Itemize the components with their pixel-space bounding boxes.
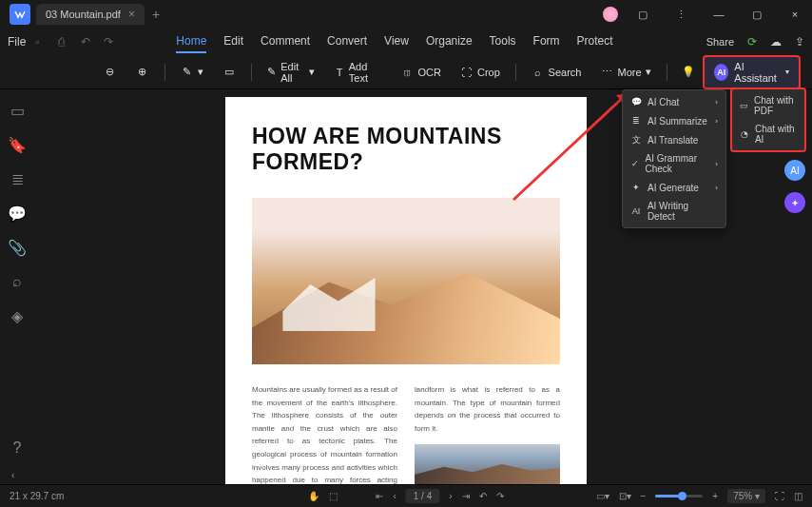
pdf-page: HOW ARE MOUNTAINS FORMED? Mountains are … — [225, 97, 587, 484]
titlebar: 03 Mountain.pdf × + ▢ ⋮ — ▢ × — [0, 0, 812, 29]
upload-icon[interactable]: ⇪ — [795, 35, 804, 49]
print-icon[interactable]: ⎙ — [58, 35, 73, 49]
nav-tab-form[interactable]: Form — [533, 30, 560, 53]
ai-assistant-label: AI Assistant — [734, 61, 780, 84]
nav-tab-comment[interactable]: Comment — [261, 30, 310, 53]
document-tab[interactable]: 03 Mountain.pdf × — [36, 4, 145, 25]
ai-panel-icon-3[interactable]: ✦ — [784, 192, 805, 213]
crop-button[interactable]: ⛶Crop — [454, 62, 506, 83]
dd-ai-summarize[interactable]: ≣AI Summarize› — [623, 111, 725, 130]
file-menu[interactable]: File — [8, 35, 26, 49]
add-text-button[interactable]: TAdd Text — [328, 57, 387, 88]
first-page-icon[interactable]: ⇤ — [376, 491, 383, 501]
message-icon[interactable]: ▢ — [629, 9, 656, 21]
search-button[interactable]: ⌕Search — [526, 62, 588, 83]
ai-assistant-button[interactable]: AI AI Assistant ▾ — [703, 55, 801, 89]
more-button[interactable]: ⋯More▾ — [594, 62, 656, 83]
ai-badge-icon: AI — [714, 64, 728, 81]
statusbar: 21 x 29.7 cm ‹ ✋ ⬚ ⇤ ‹ 1 / 4 › ⇥ ↶ ↷ ▭▾ … — [0, 484, 812, 507]
nav-tab-tools[interactable]: Tools — [490, 30, 516, 53]
app-logo[interactable] — [10, 4, 30, 25]
ai-panel-icon-2[interactable]: AI — [784, 160, 805, 181]
view-fit-icon[interactable]: ⊡▾ — [619, 491, 631, 501]
thumbnails-icon[interactable]: ▭ — [10, 103, 25, 118]
hero-image — [252, 198, 560, 364]
forward-view-icon[interactable]: ↷ — [496, 491, 504, 501]
dd-ai-chat[interactable]: 💬AI Chat› — [623, 92, 725, 111]
tab-title: 03 Mountain.pdf — [46, 9, 121, 20]
nav-tab-view[interactable]: View — [384, 30, 409, 53]
zoom-in-status-icon[interactable]: + — [712, 491, 718, 501]
zoom-slider[interactable] — [655, 495, 703, 497]
page-indicator[interactable]: 1 / 4 — [406, 489, 439, 503]
generate-icon: ✦ — [630, 182, 642, 193]
select-tool-icon[interactable]: ⬚ — [329, 491, 338, 501]
cloud-icon[interactable]: ☁ — [770, 35, 782, 49]
layers-icon[interactable]: ≣ — [10, 171, 25, 186]
search-panel-icon[interactable]: ⌕ — [10, 274, 25, 289]
next-page-icon[interactable]: › — [449, 491, 452, 501]
user-avatar[interactable] — [603, 7, 618, 22]
close-window-button[interactable]: × — [782, 9, 808, 20]
dd-ai-translate[interactable]: 文AI Translate — [623, 130, 725, 149]
submenu-chat-ai[interactable]: ◔Chat with AI — [732, 120, 804, 148]
lightbulb-icon[interactable]: 💡 — [682, 66, 695, 78]
back-view-icon[interactable]: ↶ — [479, 491, 487, 501]
fullscreen-icon[interactable]: ⛶ — [775, 491, 784, 501]
menu-icon[interactable]: ⋮ — [667, 9, 694, 21]
dd-ai-generate[interactable]: ✦AI Generate› — [623, 178, 725, 197]
maximize-button[interactable]: ▢ — [744, 9, 770, 21]
ai-chat-submenu: ▭Chat with PDF ◔Chat with AI — [730, 88, 806, 152]
sidebar-left: ▭ 🔖 ≣ 💬 📎 ⌕ ◈ ? — [0, 89, 34, 484]
add-tab-button[interactable]: + — [152, 7, 160, 22]
zoom-percent[interactable]: 75% ▾ — [727, 489, 765, 503]
dd-ai-writing-detect[interactable]: AIAI Writing Detect — [623, 197, 725, 225]
chevron-right-icon: › — [715, 117, 718, 126]
save-icon[interactable]: ▫ — [35, 35, 50, 49]
comment-panel-icon[interactable]: 💬 — [10, 205, 25, 221]
page-title: HOW ARE MOUNTAINS FORMED? — [252, 124, 560, 175]
share-button[interactable]: Share — [706, 36, 734, 48]
nav-tab-edit[interactable]: Edit — [223, 30, 243, 53]
view-single-icon[interactable]: ▭▾ — [596, 491, 609, 501]
highlighter-button[interactable]: ✎▾ — [175, 62, 209, 83]
chat-icon: 💬 — [630, 96, 642, 107]
dd-ai-grammar[interactable]: ✓AI Grammar Check› — [623, 149, 725, 178]
attachment-icon[interactable]: 📎 — [10, 240, 25, 255]
submenu-chat-pdf[interactable]: ▭Chat with PDF — [732, 91, 804, 120]
ai-chat-icon: ◔ — [740, 128, 749, 140]
collapse-left-icon[interactable]: ‹ — [11, 470, 14, 480]
minimize-button[interactable]: — — [706, 9, 732, 20]
close-icon[interactable]: × — [128, 8, 135, 21]
grammar-icon: ✓ — [630, 158, 640, 169]
zoom-out-button[interactable]: ⊖ — [98, 62, 123, 83]
reading-mode-icon[interactable]: ◫ — [794, 491, 802, 501]
toolbar: ⊖ ⊕ ✎▾ ▭ ✎Edit All▾ TAdd Text ⎅OCR ⛶Crop… — [0, 55, 812, 89]
stack-icon[interactable]: ◈ — [10, 308, 25, 323]
edit-all-button[interactable]: ✎Edit All▾ — [261, 57, 320, 88]
redo-icon[interactable]: ↷ — [104, 35, 119, 49]
menubar: File ▫ ⎙ ↶ ↷ Home Edit Comment Convert V… — [0, 29, 812, 55]
nav-tab-convert[interactable]: Convert — [327, 30, 367, 53]
hand-tool-icon[interactable]: ✋ — [308, 491, 319, 501]
pdf-chat-icon: ▭ — [740, 100, 748, 111]
bookmark-icon[interactable]: 🔖 — [10, 137, 25, 152]
help-icon[interactable]: ? — [10, 440, 25, 456]
wondershare-icon — [14, 9, 26, 20]
zoom-out-status-icon[interactable]: − — [641, 491, 647, 501]
chevron-right-icon: › — [715, 160, 718, 168]
chevron-down-icon: ▾ — [785, 68, 789, 76]
prev-page-icon[interactable]: ‹ — [393, 491, 396, 501]
undo-icon[interactable]: ↶ — [81, 35, 96, 49]
nav-tab-organize[interactable]: Organize — [426, 30, 473, 53]
column-left: Mountains are usually formed as a result… — [252, 383, 397, 484]
last-page-icon[interactable]: ⇥ — [462, 491, 470, 501]
nav-tab-protect[interactable]: Protect — [577, 30, 613, 53]
marker-button[interactable]: ▭ — [217, 62, 242, 83]
detect-icon: AI — [630, 205, 642, 217]
nav-tab-home[interactable]: Home — [176, 30, 206, 53]
page-dimensions: 21 x 29.7 cm — [10, 491, 64, 501]
ocr-button[interactable]: ⎅OCR — [395, 62, 446, 83]
sync-icon[interactable]: ⟳ — [747, 35, 757, 49]
zoom-in-button[interactable]: ⊕ — [130, 62, 155, 83]
